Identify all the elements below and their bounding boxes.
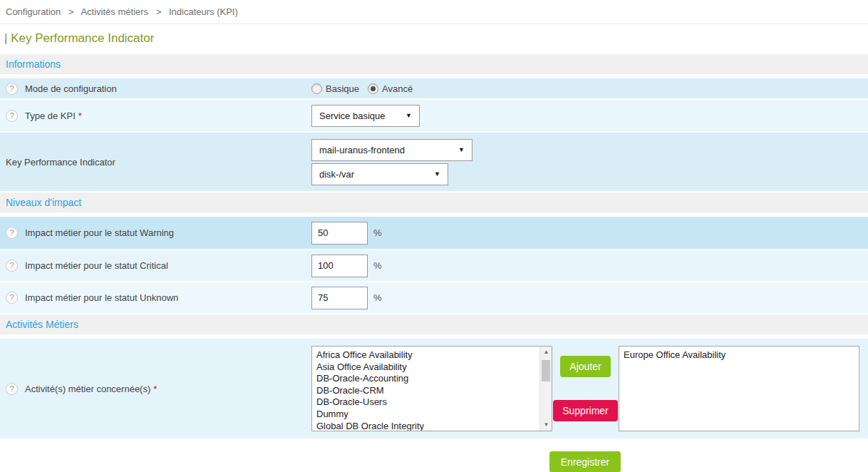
radio-avance[interactable] (368, 83, 378, 94)
help-icon[interactable]: ? (6, 292, 18, 304)
page-title: | Key Performance Indicator (0, 24, 868, 54)
help-icon[interactable]: ? (6, 383, 18, 395)
required-asterisk: * (78, 111, 82, 121)
percent-unit: % (373, 227, 382, 238)
add-button[interactable]: Ajouter (560, 356, 610, 377)
required-asterisk: * (153, 384, 157, 394)
impact-warning-input[interactable] (311, 222, 368, 245)
breadcrumb: Configuration > Activités métiers > Indi… (0, 0, 868, 24)
remove-button[interactable]: Supprimer (553, 400, 618, 421)
impact-unknown-label: Impact métier pour le statut Unknown (25, 292, 178, 303)
activites-label: Activité(s) métier concernée(s) (25, 384, 150, 394)
type-kpi-label: Type de KPI (25, 111, 76, 121)
list-item[interactable]: DB-Oracle-Accounting (316, 373, 537, 385)
list-item[interactable]: Asia Office Availability (316, 361, 537, 374)
scroll-down-icon[interactable]: ▼ (540, 419, 552, 431)
impact-warning-label: Impact métier pour le statut Warning (25, 227, 174, 238)
list-item[interactable]: DB-Oracle-CRM (316, 385, 537, 397)
section-header-informations: Informations (0, 54, 868, 74)
percent-unit: % (373, 292, 382, 303)
mode-radio-group: Basique Avancé (311, 83, 421, 94)
list-item[interactable]: Africa Office Availability (316, 349, 537, 361)
breadcrumb-item-configuration[interactable]: Configuration (6, 6, 61, 17)
form-row-key-performance-indicator: Key Performance Indicator mail-uranus-fr… (0, 133, 868, 191)
chevron-down-icon: ▼ (458, 146, 465, 153)
kpi-service-select[interactable]: disk-/var ▼ (311, 163, 448, 185)
list-item[interactable]: Europe Office Availability (624, 349, 844, 361)
type-kpi-select[interactable]: Service basique ▼ (311, 105, 420, 127)
available-activities-list[interactable]: Africa Office Availability Asia Office A… (311, 346, 552, 431)
scroll-up-icon[interactable]: ▲ (540, 347, 552, 358)
kpi-service-select-value: disk-/var (319, 169, 354, 180)
breadcrumb-separator: > (156, 6, 162, 17)
breadcrumb-separator: > (68, 6, 74, 17)
chevron-down-icon: ▼ (405, 112, 412, 119)
radio-avance-label: Avancé (382, 83, 413, 94)
help-icon[interactable]: ? (6, 83, 18, 95)
chevron-down-icon: ▼ (434, 170, 440, 178)
list-item[interactable]: Global DB Oracle Integrity (316, 421, 537, 431)
section-header-niveaux-impact: Niveaux d'impact (0, 193, 868, 212)
help-icon[interactable]: ? (6, 227, 18, 239)
mode-configuration-label: Mode de configuration (25, 83, 117, 94)
scrollbar[interactable]: ▲ ▼ (539, 347, 552, 431)
kpi-label: Key Performance Indicator (6, 157, 115, 168)
kpi-host-select-value: mail-uranus-frontend (319, 145, 405, 155)
impact-critical-label: Impact métier pour le statut Critical (25, 260, 168, 271)
type-kpi-select-value: Service basique (319, 111, 386, 121)
form-row-mode-configuration: ? Mode de configuration Basique Avancé (0, 78, 868, 98)
save-button[interactable]: Enregistrer (549, 451, 621, 472)
save-row: Enregistrer (0, 451, 868, 472)
form-row-activites-concernees: ? Activité(s) métier concernée(s) * Afri… (0, 339, 868, 438)
section-header-activites-metiers: Activités Métiers (0, 314, 868, 334)
breadcrumb-item-activites-metiers[interactable]: Activités métiers (81, 6, 148, 17)
radio-basique-label: Basique (326, 83, 359, 94)
impact-unknown-input[interactable] (311, 287, 368, 309)
help-icon[interactable]: ? (6, 110, 18, 122)
selected-activities-list[interactable]: Europe Office Availability (619, 346, 859, 431)
form-row-impact-unknown: ? Impact métier pour le statut Unknown % (0, 282, 868, 313)
breadcrumb-item-indicateurs-kpi[interactable]: Indicateurs (KPI) (169, 6, 238, 17)
impact-critical-input[interactable] (311, 255, 368, 277)
help-icon[interactable]: ? (6, 260, 18, 272)
list-item[interactable]: Dummy (316, 409, 537, 421)
kpi-host-select[interactable]: mail-uranus-frontend ▼ (311, 139, 472, 161)
scrollbar-thumb[interactable] (542, 360, 550, 381)
radio-basique[interactable] (311, 83, 322, 94)
list-item[interactable]: DB-Oracle-Users (316, 396, 537, 409)
form-row-impact-critical: ? Impact métier pour le statut Critical … (0, 250, 868, 281)
form-row-impact-warning: ? Impact métier pour le statut Warning % (0, 217, 868, 249)
percent-unit: % (373, 260, 382, 271)
form-row-type-kpi: ? Type de KPI * Service basique ▼ (0, 100, 868, 131)
